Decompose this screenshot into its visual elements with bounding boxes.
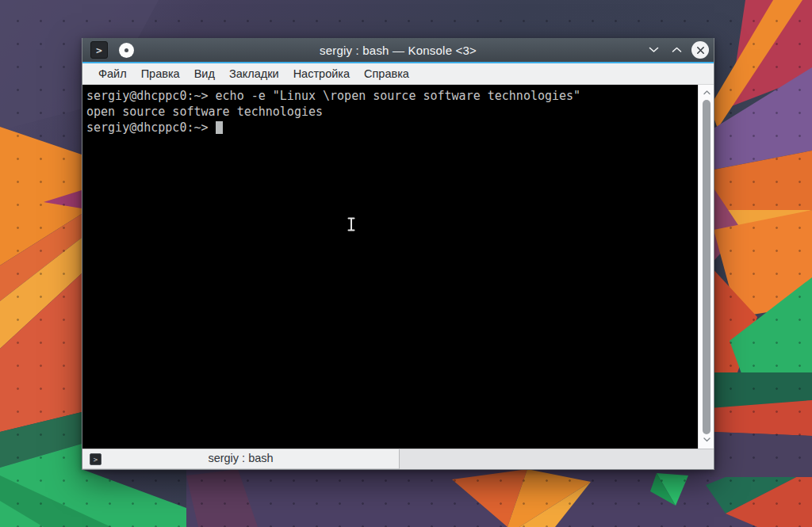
terminal-area: sergiy@dhcppc0:~> echo -e "Linux \ropen … xyxy=(82,85,714,449)
terminal-block-cursor xyxy=(216,121,223,134)
menu-edit[interactable]: Правка xyxy=(134,64,187,83)
close-button[interactable] xyxy=(691,41,709,59)
scrollbar[interactable] xyxy=(698,85,714,449)
konsole-window: > sergiy : bash — Konsole <3> Файл xyxy=(82,38,714,470)
terminal-line: open source software technologies xyxy=(86,104,698,120)
scroll-down-icon[interactable] xyxy=(699,434,714,445)
window-controls xyxy=(645,41,709,59)
menu-bookmarks[interactable]: Закладки xyxy=(222,64,286,83)
menu-file[interactable]: Файл xyxy=(91,64,134,83)
pin-icon xyxy=(124,48,128,52)
ibeam-cursor xyxy=(347,217,356,231)
tab-label: sergiy : bash xyxy=(82,452,399,464)
chevron-down-icon xyxy=(649,47,659,53)
menu-help[interactable]: Справка xyxy=(357,64,416,83)
tab-sergiy-bash[interactable]: > sergiy : bash xyxy=(82,449,400,469)
titlebar[interactable]: > sergiy : bash — Konsole <3> xyxy=(82,38,714,62)
terminal-view[interactable]: sergiy@dhcppc0:~> echo -e "Linux \ropen … xyxy=(82,85,698,449)
pin-button[interactable] xyxy=(119,43,134,58)
tabbar: > sergiy : bash xyxy=(82,449,714,469)
konsole-app-icon[interactable]: > xyxy=(90,41,108,59)
terminal-line: sergiy@dhcppc0:~> echo -e "Linux \ropen … xyxy=(86,88,698,104)
menu-settings[interactable]: Настройка xyxy=(286,64,357,83)
minimize-button[interactable] xyxy=(645,42,661,58)
chevron-up-icon xyxy=(672,47,682,53)
maximize-button[interactable] xyxy=(668,42,684,58)
window-title: sergiy : bash — Konsole <3> xyxy=(82,44,714,57)
scroll-up-icon[interactable] xyxy=(699,87,714,98)
terminal-prompt: sergiy@dhcppc0:~> xyxy=(86,120,216,136)
close-icon xyxy=(696,46,705,55)
menu-view[interactable]: Вид xyxy=(187,64,222,83)
app-icon-glyph: > xyxy=(96,44,102,56)
menubar: Файл Правка Вид Закладки Настройка Справ… xyxy=(82,63,714,85)
scrollbar-thumb[interactable] xyxy=(703,100,710,434)
desktop: > sergiy : bash — Konsole <3> Файл xyxy=(0,0,812,527)
